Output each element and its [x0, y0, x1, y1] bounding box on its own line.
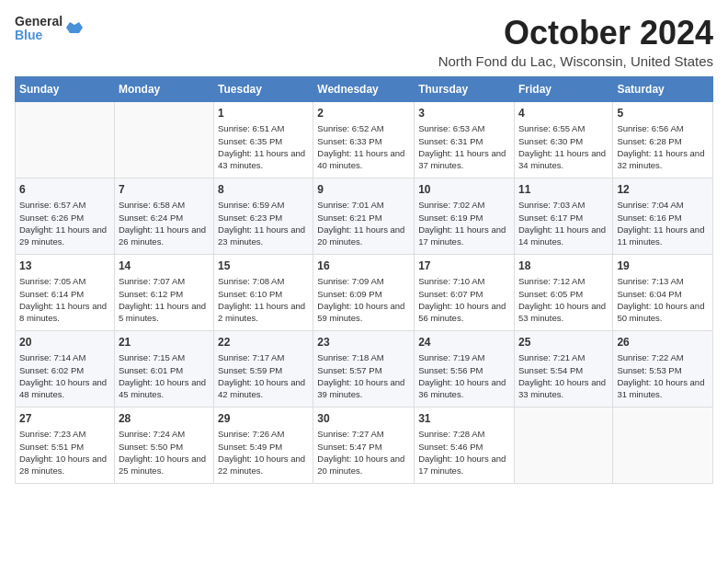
- calendar-cell: 21Sunrise: 7:15 AM Sunset: 6:01 PM Dayli…: [114, 330, 213, 407]
- day-info: Sunrise: 7:10 AM Sunset: 6:07 PM Dayligh…: [418, 275, 510, 324]
- calendar-cell: 5Sunrise: 6:56 AM Sunset: 6:28 PM Daylig…: [613, 101, 713, 178]
- logo-general-text: General: [15, 15, 63, 29]
- day-info: Sunrise: 7:23 AM Sunset: 5:51 PM Dayligh…: [19, 428, 110, 477]
- day-number: 13: [19, 259, 110, 274]
- day-number: 2: [317, 106, 410, 121]
- calendar-cell: 11Sunrise: 7:03 AM Sunset: 6:17 PM Dayli…: [514, 178, 612, 254]
- day-number: 28: [119, 411, 210, 427]
- calendar-cell: 30Sunrise: 7:27 AM Sunset: 5:47 PM Dayli…: [313, 407, 415, 483]
- calendar-cell: 26Sunrise: 7:22 AM Sunset: 5:53 PM Dayli…: [613, 330, 713, 407]
- day-number: 22: [218, 335, 309, 350]
- day-info: Sunrise: 7:14 AM Sunset: 6:02 PM Dayligh…: [19, 351, 110, 400]
- day-info: Sunrise: 7:21 AM Sunset: 5:54 PM Dayligh…: [518, 351, 609, 400]
- calendar-cell: [613, 407, 713, 483]
- day-number: 5: [617, 106, 709, 121]
- calendar-cell: 13Sunrise: 7:05 AM Sunset: 6:14 PM Dayli…: [16, 254, 115, 330]
- logo-icon: [66, 20, 83, 37]
- day-number: 15: [218, 259, 309, 274]
- day-info: Sunrise: 6:59 AM Sunset: 6:23 PM Dayligh…: [218, 199, 309, 247]
- svg-marker-0: [66, 22, 83, 33]
- day-number: 4: [518, 106, 609, 121]
- day-number: 6: [19, 182, 110, 198]
- day-info: Sunrise: 7:15 AM Sunset: 6:01 PM Dayligh…: [119, 351, 210, 400]
- col-header-saturday: Saturday: [613, 76, 713, 101]
- col-header-wednesday: Wednesday: [313, 76, 415, 101]
- calendar-cell: [114, 101, 213, 178]
- calendar-cell: 16Sunrise: 7:09 AM Sunset: 6:09 PM Dayli…: [313, 254, 415, 330]
- day-number: 9: [317, 182, 410, 198]
- day-number: 31: [418, 411, 510, 427]
- calendar-week-row: 6Sunrise: 6:57 AM Sunset: 6:26 PM Daylig…: [16, 178, 713, 254]
- day-number: 16: [317, 259, 410, 274]
- page-header: General Blue October 2024 North Fond du …: [15, 15, 713, 69]
- calendar-cell: 8Sunrise: 6:59 AM Sunset: 6:23 PM Daylig…: [214, 178, 313, 254]
- day-info: Sunrise: 6:52 AM Sunset: 6:33 PM Dayligh…: [317, 122, 410, 171]
- title-area: October 2024 North Fond du Lac, Wisconsi…: [438, 15, 713, 69]
- day-info: Sunrise: 7:12 AM Sunset: 6:05 PM Dayligh…: [518, 275, 609, 324]
- day-info: Sunrise: 7:19 AM Sunset: 5:56 PM Dayligh…: [418, 351, 510, 400]
- day-number: 18: [518, 259, 609, 274]
- day-number: 10: [418, 182, 510, 198]
- calendar-cell: 18Sunrise: 7:12 AM Sunset: 6:05 PM Dayli…: [514, 254, 612, 330]
- calendar-cell: 9Sunrise: 7:01 AM Sunset: 6:21 PM Daylig…: [313, 178, 415, 254]
- day-info: Sunrise: 7:24 AM Sunset: 5:50 PM Dayligh…: [119, 428, 210, 477]
- day-info: Sunrise: 6:58 AM Sunset: 6:24 PM Dayligh…: [119, 199, 210, 247]
- day-info: Sunrise: 7:22 AM Sunset: 5:53 PM Dayligh…: [617, 351, 709, 400]
- day-number: 7: [119, 182, 210, 198]
- day-number: 11: [518, 182, 609, 198]
- calendar-cell: 17Sunrise: 7:10 AM Sunset: 6:07 PM Dayli…: [415, 254, 515, 330]
- calendar-cell: 3Sunrise: 6:53 AM Sunset: 6:31 PM Daylig…: [415, 101, 515, 178]
- day-info: Sunrise: 7:18 AM Sunset: 5:57 PM Dayligh…: [317, 351, 410, 400]
- day-info: Sunrise: 7:01 AM Sunset: 6:21 PM Dayligh…: [317, 199, 410, 247]
- day-number: 20: [19, 335, 110, 350]
- day-number: 19: [617, 259, 709, 274]
- calendar-cell: 7Sunrise: 6:58 AM Sunset: 6:24 PM Daylig…: [114, 178, 213, 254]
- calendar-cell: 2Sunrise: 6:52 AM Sunset: 6:33 PM Daylig…: [313, 101, 415, 178]
- calendar-cell: 15Sunrise: 7:08 AM Sunset: 6:10 PM Dayli…: [214, 254, 313, 330]
- calendar-week-row: 27Sunrise: 7:23 AM Sunset: 5:51 PM Dayli…: [16, 407, 713, 483]
- day-info: Sunrise: 6:53 AM Sunset: 6:31 PM Dayligh…: [418, 122, 510, 171]
- calendar-cell: 22Sunrise: 7:17 AM Sunset: 5:59 PM Dayli…: [214, 330, 313, 407]
- day-info: Sunrise: 7:13 AM Sunset: 6:04 PM Dayligh…: [617, 275, 709, 324]
- calendar-cell: 24Sunrise: 7:19 AM Sunset: 5:56 PM Dayli…: [415, 330, 515, 407]
- calendar-cell: 27Sunrise: 7:23 AM Sunset: 5:51 PM Dayli…: [16, 407, 115, 483]
- day-info: Sunrise: 7:05 AM Sunset: 6:14 PM Dayligh…: [19, 275, 110, 324]
- calendar-cell: 31Sunrise: 7:28 AM Sunset: 5:46 PM Dayli…: [415, 407, 515, 483]
- col-header-tuesday: Tuesday: [214, 76, 313, 101]
- day-info: Sunrise: 6:51 AM Sunset: 6:35 PM Dayligh…: [218, 122, 309, 171]
- day-number: 1: [218, 106, 309, 121]
- col-header-thursday: Thursday: [415, 76, 515, 101]
- day-info: Sunrise: 7:04 AM Sunset: 6:16 PM Dayligh…: [617, 199, 709, 247]
- calendar-cell: 10Sunrise: 7:02 AM Sunset: 6:19 PM Dayli…: [415, 178, 515, 254]
- day-info: Sunrise: 7:03 AM Sunset: 6:17 PM Dayligh…: [518, 199, 609, 247]
- day-number: 24: [418, 335, 510, 350]
- day-info: Sunrise: 6:56 AM Sunset: 6:28 PM Dayligh…: [617, 122, 709, 171]
- day-number: 29: [218, 411, 309, 427]
- location-title: North Fond du Lac, Wisconsin, United Sta…: [438, 53, 713, 69]
- day-info: Sunrise: 7:28 AM Sunset: 5:46 PM Dayligh…: [418, 428, 510, 477]
- day-number: 3: [418, 106, 510, 121]
- day-number: 23: [317, 335, 410, 350]
- logo: General Blue: [15, 15, 83, 43]
- day-number: 26: [617, 335, 709, 350]
- day-info: Sunrise: 7:27 AM Sunset: 5:47 PM Dayligh…: [317, 428, 410, 477]
- calendar-cell: 29Sunrise: 7:26 AM Sunset: 5:49 PM Dayli…: [214, 407, 313, 483]
- day-info: Sunrise: 6:57 AM Sunset: 6:26 PM Dayligh…: [19, 199, 110, 247]
- col-header-monday: Monday: [114, 76, 213, 101]
- day-info: Sunrise: 7:02 AM Sunset: 6:19 PM Dayligh…: [418, 199, 510, 247]
- calendar-week-row: 1Sunrise: 6:51 AM Sunset: 6:35 PM Daylig…: [16, 101, 713, 178]
- day-number: 30: [317, 411, 410, 427]
- day-info: Sunrise: 7:08 AM Sunset: 6:10 PM Dayligh…: [218, 275, 309, 324]
- calendar-cell: 14Sunrise: 7:07 AM Sunset: 6:12 PM Dayli…: [114, 254, 213, 330]
- calendar-cell: [16, 101, 115, 178]
- logo-blue-text: Blue: [15, 29, 63, 42]
- day-info: Sunrise: 7:26 AM Sunset: 5:49 PM Dayligh…: [218, 428, 309, 477]
- calendar-cell: 19Sunrise: 7:13 AM Sunset: 6:04 PM Dayli…: [613, 254, 713, 330]
- col-header-friday: Friday: [514, 76, 612, 101]
- calendar-cell: 1Sunrise: 6:51 AM Sunset: 6:35 PM Daylig…: [214, 101, 313, 178]
- calendar-table: SundayMondayTuesdayWednesdayThursdayFrid…: [15, 76, 713, 484]
- day-info: Sunrise: 7:09 AM Sunset: 6:09 PM Dayligh…: [317, 275, 410, 324]
- day-number: 14: [119, 259, 210, 274]
- month-title: October 2024: [438, 15, 713, 52]
- calendar-week-row: 20Sunrise: 7:14 AM Sunset: 6:02 PM Dayli…: [16, 330, 713, 407]
